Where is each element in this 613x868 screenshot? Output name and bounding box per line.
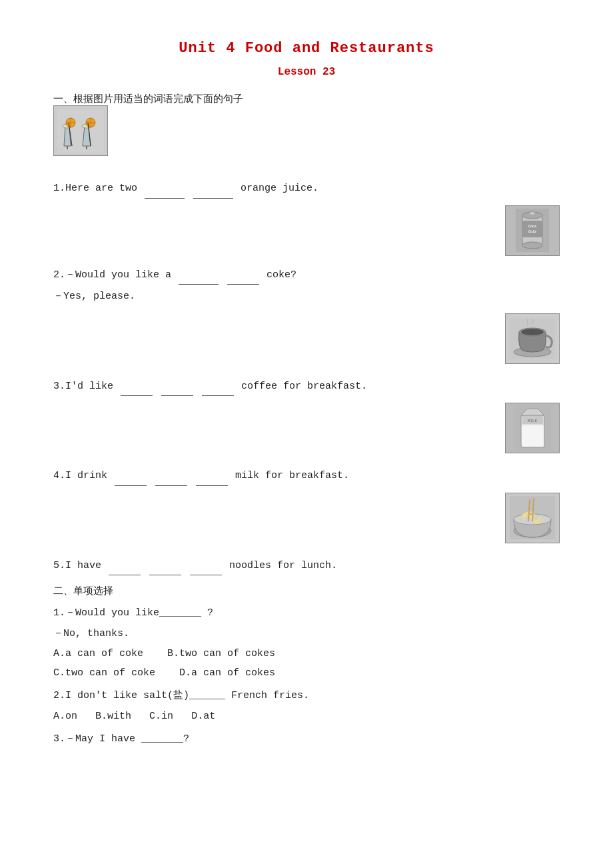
mc2-stem: 2.I don't like salt(盐)______ French frie… <box>53 687 560 706</box>
q2-blank2 <box>227 265 259 285</box>
q1-text: 1.Here are two orange juice. <box>53 179 560 199</box>
svg-text:MILK: MILK <box>527 419 537 423</box>
q2-blank1 <box>179 265 219 285</box>
svg-rect-22 <box>530 212 535 215</box>
svg-point-18 <box>522 242 542 249</box>
mc3-stem: 3.－May I have _______? <box>53 730 560 749</box>
q1-blank2 <box>193 179 233 199</box>
mc1-optB: B.two can of cokes <box>167 648 275 659</box>
mc1-optA: A.a can of coke <box>53 648 143 659</box>
question-3: 3.I'd like coffee for breakfast. <box>53 320 560 397</box>
question-1: 1.Here are two orange juice. <box>53 112 560 199</box>
image-coffee <box>505 313 560 364</box>
image-coke: Coca Cola <box>505 205 560 256</box>
mc2-optB: B.with <box>95 711 131 722</box>
svg-text:Cola: Cola <box>528 230 536 234</box>
q4-blank2 <box>155 466 187 486</box>
svg-rect-19 <box>522 221 542 237</box>
question-5: 5.I have noodles for lunch. <box>53 499 560 576</box>
svg-rect-30 <box>522 425 544 447</box>
section1-heading: 一、根据图片用适当的词语完成下面的句子 <box>53 93 560 105</box>
q3-blank1 <box>121 377 153 397</box>
q5-blank1 <box>109 556 141 576</box>
q4-blank3 <box>196 466 228 486</box>
mc1-options-ab: A.a can of coke B.two can of cokes <box>53 645 560 664</box>
image-juice <box>53 105 108 156</box>
mc1-optC: C.two can of coke <box>53 667 155 679</box>
q3-blank2 <box>161 377 193 397</box>
mc1-answer: －No, thanks. <box>53 625 560 644</box>
q5-blank2 <box>149 556 181 576</box>
image-milk: MILK <box>505 403 560 453</box>
lesson-title: Lesson 23 <box>53 66 560 78</box>
q2b-text: －Yes, please. <box>53 287 560 307</box>
mc2-optC: C.in <box>149 711 173 722</box>
q4-blank1 <box>115 466 147 486</box>
image-noodles <box>505 493 560 543</box>
mc2-optA: A.on <box>53 711 77 722</box>
q5-blank3 <box>190 556 222 576</box>
svg-text:Coca: Coca <box>528 225 536 229</box>
section2-heading: 二、单项选择 <box>53 585 560 597</box>
q1-blank1 <box>145 179 185 199</box>
svg-point-26 <box>521 329 544 335</box>
q2a-text: 2.－Would you like a coke? <box>53 265 560 285</box>
mc1-optD: D.a can of cokes <box>179 667 275 679</box>
q5-text: 5.I have noodles for lunch. <box>53 556 560 576</box>
mc1-stem: 1.－Would you like_______ ? <box>53 604 560 623</box>
mc2-options: A.on B.with C.in D.at <box>53 707 560 727</box>
question-4: MILK 4.I drink milk for breakfast. <box>53 409 560 486</box>
page-title: Unit 4 Food and Restaurants <box>53 40 560 57</box>
mc2-optD: D.at <box>191 711 215 722</box>
q3-text: 3.I'd like coffee for breakfast. <box>53 377 560 397</box>
q4-text: 4.I drink milk for breakfast. <box>53 466 560 486</box>
question-2: Coca Cola 2.－Would you like a coke? －Yes… <box>53 212 560 307</box>
mc1-options-cd: C.two can of coke D.a can of cokes <box>53 664 560 683</box>
q3-blank3 <box>202 377 234 397</box>
